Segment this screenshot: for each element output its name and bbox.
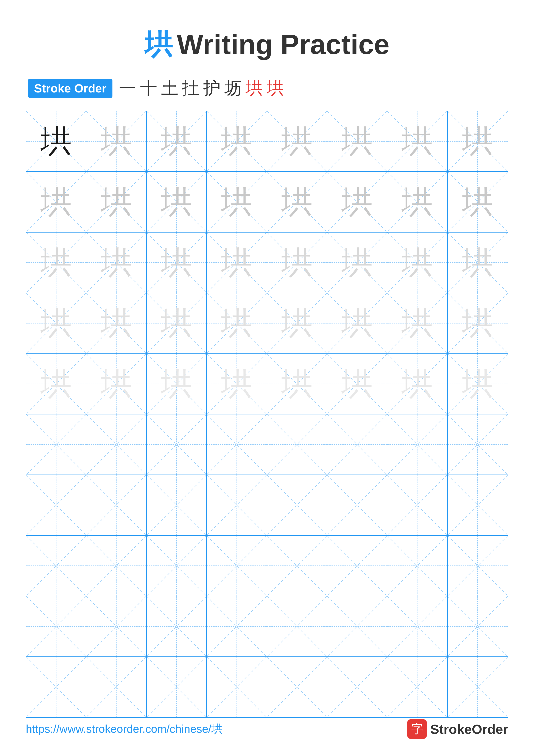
grid-cell[interactable] <box>387 596 447 657</box>
grid-cell[interactable] <box>87 475 146 535</box>
grid-row: 垬垬垬垬垬垬垬垬 <box>26 172 508 232</box>
grid-cell[interactable]: 垬 <box>447 354 508 414</box>
grid-cell[interactable] <box>87 415 146 474</box>
grid-cell[interactable]: 垬 <box>387 111 447 171</box>
grid-cell[interactable]: 垬 <box>147 354 207 414</box>
grid-cell[interactable]: 垬 <box>26 232 87 293</box>
grid-cell[interactable] <box>267 657 327 717</box>
grid-cell[interactable]: 垬 <box>267 172 327 232</box>
grid-cell[interactable] <box>147 657 207 717</box>
grid-cell[interactable]: 垬 <box>447 232 508 293</box>
grid-cell[interactable] <box>207 415 267 474</box>
grid-cell[interactable]: 垬 <box>147 293 207 353</box>
practice-char: 垬 <box>101 368 132 399</box>
grid-cell[interactable] <box>147 596 207 657</box>
grid-cell[interactable]: 垬 <box>147 232 207 293</box>
practice-char: 垬 <box>221 368 252 399</box>
grid-cell[interactable]: 垬 <box>387 232 447 293</box>
grid-row <box>26 536 508 596</box>
grid-cell[interactable] <box>447 475 508 535</box>
grid-cell[interactable]: 垬 <box>26 172 87 232</box>
grid-cell[interactable]: 垬 <box>87 172 146 232</box>
grid-cell[interactable] <box>147 415 207 474</box>
practice-char: 垬 <box>101 247 132 278</box>
grid-cell[interactable] <box>447 415 508 474</box>
grid-cell[interactable] <box>207 596 267 657</box>
grid-cell[interactable] <box>207 657 267 717</box>
grid-cell[interactable] <box>267 415 327 474</box>
grid-cell[interactable]: 垬 <box>147 172 207 232</box>
grid-cell[interactable]: 垬 <box>207 293 267 353</box>
grid-cell[interactable] <box>26 596 87 657</box>
grid-cell[interactable]: 垬 <box>207 354 267 414</box>
practice-char: 垬 <box>221 126 252 157</box>
stroke-4: 扗 <box>182 77 199 100</box>
grid-cell[interactable] <box>147 536 207 596</box>
grid-cell[interactable]: 垬 <box>207 232 267 293</box>
grid-row: 垬垬垬垬垬垬垬垬 <box>26 354 508 415</box>
grid-cell[interactable]: 垬 <box>327 172 387 232</box>
practice-char: 垬 <box>401 186 433 218</box>
grid-cell[interactable] <box>447 536 508 596</box>
grid-cell[interactable] <box>447 596 508 657</box>
grid-cell[interactable] <box>387 536 447 596</box>
grid-cell[interactable]: 垬 <box>267 293 327 353</box>
grid-cell[interactable]: 垬 <box>447 293 508 353</box>
grid-cell[interactable] <box>387 415 447 474</box>
grid-cell[interactable]: 垬 <box>327 111 387 171</box>
grid-cell[interactable]: 垬 <box>147 111 207 171</box>
grid-cell[interactable] <box>327 536 387 596</box>
stroke-2: 十 <box>140 77 157 100</box>
stroke-3: 土 <box>161 77 178 100</box>
grid-cell[interactable] <box>327 596 387 657</box>
grid-cell[interactable] <box>327 475 387 535</box>
grid-cell[interactable]: 垬 <box>267 111 327 171</box>
practice-char: 垬 <box>281 247 313 278</box>
grid-cell[interactable]: 垬 <box>387 293 447 353</box>
footer: https://www.strokeorder.com/chinese/垬 字 … <box>26 719 508 739</box>
grid-cell[interactable] <box>207 536 267 596</box>
grid-cell[interactable] <box>147 475 207 535</box>
grid-cell[interactable]: 垬 <box>447 111 508 171</box>
grid-cell[interactable]: 垬 <box>26 111 87 171</box>
grid-cell[interactable]: 垬 <box>26 293 87 353</box>
grid-cell[interactable]: 垬 <box>447 172 508 232</box>
grid-cell[interactable]: 垬 <box>267 354 327 414</box>
footer-logo-icon: 字 <box>407 719 427 739</box>
grid-cell[interactable] <box>87 536 146 596</box>
grid-cell[interactable] <box>387 657 447 717</box>
grid-row <box>26 415 508 475</box>
grid-cell[interactable]: 垬 <box>87 111 146 171</box>
grid-cell[interactable] <box>327 657 387 717</box>
grid-cell[interactable]: 垬 <box>327 354 387 414</box>
grid-cell[interactable] <box>267 536 327 596</box>
grid-cell[interactable] <box>26 415 87 474</box>
grid-cell[interactable] <box>26 536 87 596</box>
grid-cell[interactable]: 垬 <box>26 354 87 414</box>
grid-cell[interactable]: 垬 <box>327 293 387 353</box>
practice-char: 垬 <box>161 368 192 399</box>
grid-cell[interactable] <box>447 657 508 717</box>
grid-cell[interactable] <box>26 475 87 535</box>
grid-cell[interactable]: 垬 <box>387 172 447 232</box>
grid-cell[interactable] <box>87 596 146 657</box>
stroke-6: 坜 <box>224 77 242 100</box>
grid-cell[interactable] <box>267 475 327 535</box>
grid-cell[interactable] <box>267 596 327 657</box>
grid-cell[interactable] <box>87 657 146 717</box>
grid-cell[interactable]: 垬 <box>327 232 387 293</box>
grid-cell[interactable]: 垬 <box>387 354 447 414</box>
grid-row: 垬垬垬垬垬垬垬垬 <box>26 111 508 172</box>
grid-cell[interactable] <box>387 475 447 535</box>
grid-cell[interactable] <box>26 657 87 717</box>
grid-cell[interactable] <box>327 415 387 474</box>
grid-cell[interactable]: 垬 <box>87 354 146 414</box>
grid-cell[interactable]: 垬 <box>87 293 146 353</box>
practice-char: 垬 <box>40 126 72 157</box>
grid-cell[interactable]: 垬 <box>267 232 327 293</box>
grid-cell[interactable]: 垬 <box>87 232 146 293</box>
grid-cell[interactable] <box>207 475 267 535</box>
practice-char: 垬 <box>342 186 373 218</box>
grid-cell[interactable]: 垬 <box>207 172 267 232</box>
grid-cell[interactable]: 垬 <box>207 111 267 171</box>
